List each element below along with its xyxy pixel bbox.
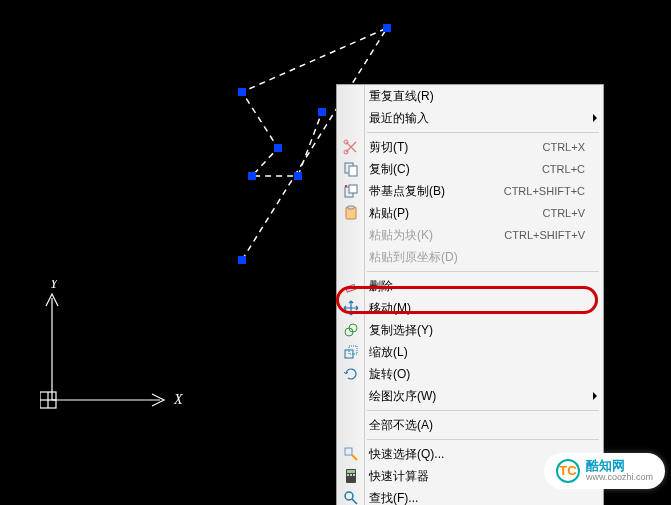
watermark: TC 酷知网 www.coozhi.com — [544, 453, 665, 489]
menu-scale[interactable]: 缩放(L) — [337, 341, 603, 363]
menu-paste-block: 粘贴为块(K) CTRL+SHIFT+V — [337, 224, 603, 246]
menu-label: 剪切(T) — [369, 139, 543, 156]
menu-separator — [367, 410, 599, 411]
menu-cut[interactable]: 剪切(T) CTRL+X — [337, 136, 603, 158]
menu-label: 查找(F)... — [369, 490, 603, 506]
svg-point-11 — [345, 185, 347, 187]
menu-label: 旋转(O) — [369, 366, 603, 383]
menu-label: 重复直线(R) — [369, 88, 603, 105]
svg-rect-21 — [347, 470, 355, 473]
watermark-name: 酷知网 — [586, 459, 653, 473]
copy-icon — [341, 159, 361, 179]
grip-handle[interactable] — [238, 88, 246, 96]
menu-label: 缩放(L) — [369, 344, 603, 361]
chevron-right-icon — [593, 114, 597, 122]
erase-icon — [341, 276, 361, 296]
svg-rect-23 — [350, 474, 352, 476]
menu-label: 复制(C) — [369, 161, 542, 178]
scale-icon — [341, 342, 361, 362]
quickselect-icon — [341, 444, 361, 464]
grip-handle[interactable] — [248, 172, 256, 180]
menu-label: 粘贴为块(K) — [369, 227, 504, 244]
menu-paste-orig: 粘贴到原坐标(D) — [337, 246, 603, 268]
menu-shortcut: CTRL+SHIFT+C — [504, 185, 603, 197]
chevron-right-icon — [593, 392, 597, 400]
menu-separator — [367, 271, 599, 272]
menu-draworder[interactable]: 绘图次序(W) — [337, 385, 603, 407]
svg-rect-14 — [346, 284, 356, 292]
context-menu: 重复直线(R) 最近的输入 剪切(T) CTRL+X 复制(C) CTRL+C … — [336, 84, 604, 505]
menu-find[interactable]: 查找(F)... — [337, 487, 603, 505]
svg-rect-22 — [347, 474, 349, 476]
axis-x-label: X — [173, 392, 183, 407]
menu-label: 粘贴到原坐标(D) — [369, 249, 603, 266]
copy-base-icon — [341, 181, 361, 201]
menu-shortcut: CTRL+SHIFT+V — [504, 229, 603, 241]
menu-paste[interactable]: 粘贴(P) CTRL+V — [337, 202, 603, 224]
svg-point-25 — [345, 492, 353, 500]
menu-erase[interactable]: 删除 — [337, 275, 603, 297]
svg-rect-24 — [353, 474, 355, 476]
watermark-logo: TC — [556, 459, 580, 483]
rotate-icon — [341, 364, 361, 384]
menu-copy-base[interactable]: 带基点复制(B) CTRL+SHIFT+C — [337, 180, 603, 202]
menu-shortcut: CTRL+C — [542, 163, 603, 175]
svg-rect-13 — [348, 206, 354, 209]
menu-shortcut: CTRL+X — [543, 141, 604, 153]
copy-selection-icon — [341, 320, 361, 340]
menu-recent-input[interactable]: 最近的输入 — [337, 107, 603, 129]
svg-rect-8 — [349, 166, 357, 176]
calculator-icon — [341, 466, 361, 486]
menu-label: 删除 — [369, 278, 603, 295]
grip-handle[interactable] — [294, 172, 302, 180]
menu-separator — [367, 132, 599, 133]
menu-copy-selection[interactable]: 复制选择(Y) — [337, 319, 603, 341]
menu-label: 全部不选(A) — [369, 417, 603, 434]
menu-separator — [367, 439, 599, 440]
grip-handle[interactable] — [274, 144, 282, 152]
menu-label: 最近的输入 — [369, 110, 603, 127]
menu-label: 绘图次序(W) — [369, 388, 603, 405]
find-icon — [341, 488, 361, 505]
scissors-icon — [341, 137, 361, 157]
move-icon — [341, 298, 361, 318]
axis-y-label: Y — [50, 280, 60, 291]
menu-label: 移动(M) — [369, 300, 603, 317]
grip-handle[interactable] — [238, 256, 246, 264]
grip-handle[interactable] — [318, 108, 326, 116]
menu-move[interactable]: 移动(M) — [337, 297, 603, 319]
menu-rotate[interactable]: 旋转(O) — [337, 363, 603, 385]
svg-rect-19 — [345, 448, 352, 455]
ucs-icon: Y X — [40, 280, 200, 440]
grip-handle[interactable] — [383, 24, 391, 32]
menu-label: 粘贴(P) — [369, 205, 543, 222]
svg-rect-10 — [349, 185, 357, 193]
menu-label: 带基点复制(B) — [369, 183, 504, 200]
watermark-url: www.coozhi.com — [586, 473, 653, 483]
paste-icon — [341, 203, 361, 223]
menu-repeat-line[interactable]: 重复直线(R) — [337, 85, 603, 107]
menu-shortcut: CTRL+V — [543, 207, 604, 219]
menu-copy[interactable]: 复制(C) CTRL+C — [337, 158, 603, 180]
menu-label: 复制选择(Y) — [369, 322, 603, 339]
menu-deselect-all[interactable]: 全部不选(A) — [337, 414, 603, 436]
